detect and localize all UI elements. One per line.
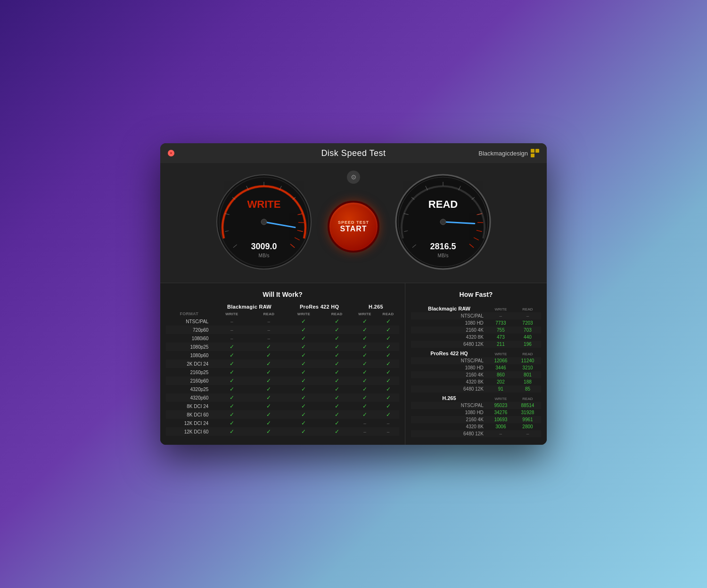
table-row: 8K DCI 60✓✓✓✓✓✓ [166, 410, 399, 419]
svg-point-42 [440, 219, 446, 225]
data-section: Will It Work? Blackmagic RAW ProRes 422 … [160, 283, 547, 445]
table-row: 2160p60✓✓✓✓✓✓ [166, 376, 399, 385]
list-item: 1080 HD 7733 7203 [411, 319, 541, 327]
table-row: 4320p60✓✓✓✓✓✓ [166, 393, 399, 402]
list-item: 4320 8K 202 188 [411, 378, 541, 385]
table-row: 1080i60––✓✓✓✓ [166, 334, 399, 343]
will-it-work-table: Blackmagic RAW ProRes 422 HQ H.265 FORMA… [166, 303, 399, 436]
svg-text:3009.0: 3009.0 [251, 242, 277, 251]
write-gauge: WRITE 3009.0 MB/s [214, 172, 313, 271]
table-row: 8K DCI 24✓✓✓✓✓✓ [166, 402, 399, 410]
list-item: 2160 4K 755 703 [411, 327, 541, 334]
brand-icon [531, 149, 539, 157]
svg-text:MB/s: MB/s [438, 253, 449, 258]
list-item: 1080 HD 3446 3210 [411, 364, 541, 371]
svg-point-20 [261, 219, 267, 225]
list-item: NTSC/PAL – – [411, 312, 541, 319]
table-row: 2160p25✓✓✓✓✓✓ [166, 368, 399, 376]
window-title: Disk Speed Test [321, 148, 386, 158]
codec-header-row: ProRes 422 HQWRITEREAD [411, 348, 541, 357]
close-button[interactable]: × [168, 150, 174, 156]
table-row: NTSC/PAL––✓✓✓✓ [166, 317, 399, 326]
will-it-work-title: Will It Work? [166, 291, 399, 298]
codec-header-row: Blackmagic RAWWRITEREAD [411, 303, 541, 312]
table-row: 12K DCI 24✓✓✓✓–– [166, 419, 399, 427]
how-fast-table: Blackmagic RAWWRITEREAD NTSC/PAL – – 108… [411, 303, 541, 437]
list-item: 6480 12K 91 85 [411, 385, 541, 392]
brand-logo: Blackmagicdesign [478, 149, 539, 157]
title-bar: × Disk Speed Test Blackmagicdesign [160, 143, 547, 163]
list-item: 4320 8K 473 440 [411, 334, 541, 341]
write-gauge-svg: WRITE 3009.0 MB/s [214, 172, 313, 271]
gauge-section: ⚙ [160, 163, 547, 283]
list-item: 2160 4K 10693 9961 [411, 416, 541, 423]
read-gauge-svg: READ 2816.5 MB/s [394, 172, 493, 271]
list-item: 1080 HD 34276 31928 [411, 409, 541, 416]
start-label-2: START [340, 225, 367, 233]
start-label-1: SPEED TEST [338, 220, 369, 225]
list-item: NTSC/PAL 12066 11240 [411, 357, 541, 364]
list-item: 6480 12K – – [411, 430, 541, 437]
how-fast-panel: How Fast? Blackmagic RAWWRITEREAD NTSC/P… [405, 283, 547, 445]
table-row: 1080p60✓✓✓✓✓✓ [166, 351, 399, 359]
start-button-wrap: SPEED TEST START [328, 201, 379, 253]
table-row: 4320p25✓✓✓✓✓✓ [166, 385, 399, 393]
list-item: 2160 4K 860 801 [411, 371, 541, 378]
svg-text:MB/s: MB/s [259, 253, 270, 258]
list-item: NTSC/PAL 95023 88514 [411, 402, 541, 409]
read-gauge: READ 2816.5 MB/s [394, 172, 493, 271]
table-row: 720p60––✓✓✓✓ [166, 326, 399, 334]
svg-text:READ: READ [428, 198, 458, 210]
table-row: 12K DCI 60✓✓✓✓–– [166, 427, 399, 436]
list-item: 6480 12K 211 196 [411, 341, 541, 348]
brand-name: Blackmagicdesign [478, 150, 528, 157]
svg-text:WRITE: WRITE [247, 198, 281, 210]
svg-text:2816.5: 2816.5 [430, 242, 456, 251]
speed-test-start-button[interactable]: SPEED TEST START [328, 201, 379, 253]
app-window: × Disk Speed Test Blackmagicdesign ⚙ [160, 143, 547, 445]
table-row: 2K DCI 24✓✓✓✓✓✓ [166, 359, 399, 368]
list-item: 4320 8K 3006 2800 [411, 423, 541, 430]
how-fast-title: How Fast? [411, 291, 541, 298]
table-row: 1080p25✓✓✓✓✓✓ [166, 343, 399, 351]
settings-button[interactable]: ⚙ [347, 171, 360, 184]
codec-header-row: H.265WRITEREAD [411, 392, 541, 402]
will-it-work-panel: Will It Work? Blackmagic RAW ProRes 422 … [160, 283, 405, 445]
